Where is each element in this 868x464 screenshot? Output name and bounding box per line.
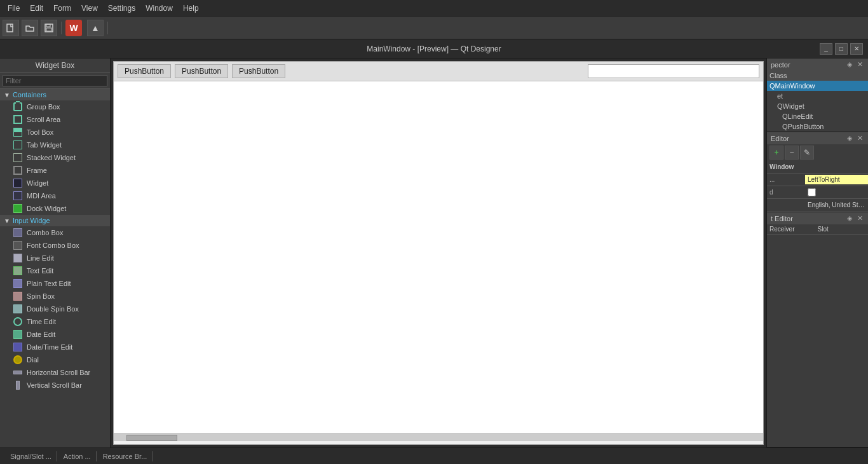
signal-slot-tab[interactable]: Signal/Slot ... bbox=[5, 451, 57, 461]
pushbutton-1[interactable]: PushButton bbox=[118, 64, 171, 78]
svg-rect-0 bbox=[7, 24, 13, 32]
widget-item-timeedit[interactable]: Time Edit bbox=[0, 315, 110, 328]
widget-item-scrollarea[interactable]: Scroll Area bbox=[0, 113, 110, 126]
widget-item-fontcombo[interactable]: Font Combo Box bbox=[0, 239, 110, 252]
add-property-btn[interactable]: + bbox=[770, 146, 783, 160]
menu-window[interactable]: Window bbox=[140, 3, 178, 14]
resource-tab[interactable]: Resource Br... bbox=[98, 451, 153, 461]
widget-filter-area bbox=[0, 73, 110, 89]
property-row-checkbox[interactable]: d bbox=[767, 186, 868, 199]
preview-canvas bbox=[114, 81, 763, 441]
widget-label-tabwidget: Tab Widget bbox=[27, 141, 62, 149]
widget-label-hscroll: Horizontal Scroll Bar bbox=[27, 369, 90, 376]
widget-item-dial[interactable]: Dial bbox=[0, 353, 110, 366]
widget-item-widget[interactable]: Widget bbox=[0, 177, 110, 189]
menubar: File Edit Form View Settings Window Help bbox=[0, 0, 868, 17]
slot-close-btn[interactable]: ✕ bbox=[856, 214, 864, 222]
toolbar-separator-1 bbox=[61, 22, 62, 34]
widget-item-lineedit[interactable]: Line Edit bbox=[0, 252, 110, 264]
menu-file[interactable]: File bbox=[3, 3, 25, 14]
widget-item-dock[interactable]: Dock Widget bbox=[0, 202, 110, 215]
object-inspector-header: pector ◈ ✕ bbox=[767, 58, 868, 71]
widget-item-tabwidget[interactable]: Tab Widget bbox=[0, 139, 110, 151]
edit-property-btn[interactable]: ✎ bbox=[800, 146, 814, 160]
new-button[interactable] bbox=[3, 20, 19, 36]
widget-item-textedit[interactable]: Text Edit bbox=[0, 264, 110, 277]
menu-view[interactable]: View bbox=[76, 3, 103, 14]
scroll-thumb[interactable] bbox=[126, 435, 177, 441]
property-section-window: Window bbox=[767, 161, 868, 174]
widget-item-toolbox[interactable]: Tool Box bbox=[0, 126, 110, 139]
groupbox-icon bbox=[13, 102, 23, 112]
widget-label-stacked: Stacked Widget bbox=[27, 154, 76, 161]
class-column-header: Class bbox=[770, 72, 865, 79]
widget-box-title: Widget Box bbox=[0, 58, 110, 73]
category-input[interactable]: ▼ Input Widge bbox=[0, 215, 110, 226]
lineedit-icon bbox=[13, 253, 23, 263]
menu-edit[interactable]: Edit bbox=[25, 3, 48, 14]
widget-label-vscroll: Vertical Scroll Bar bbox=[27, 381, 82, 389]
app-title: MainWindow - [Preview] — Qt Designer bbox=[367, 44, 501, 53]
minimize-button[interactable]: _ bbox=[820, 43, 832, 55]
inspector-float-btn[interactable]: ◈ bbox=[846, 60, 853, 69]
widget-item-dateedit[interactable]: Date Edit bbox=[0, 328, 110, 341]
prop-name-d: d bbox=[767, 188, 805, 197]
dial-icon bbox=[13, 355, 23, 365]
widget-label-mdi: MDI Area bbox=[27, 192, 56, 200]
horizontal-scrollbar[interactable] bbox=[114, 433, 763, 441]
property-close-btn[interactable]: ✕ bbox=[856, 134, 864, 142]
remove-property-btn[interactable]: − bbox=[785, 146, 799, 160]
widget-item-hscroll[interactable]: Horizontal Scroll Bar bbox=[0, 366, 110, 379]
widget-item-doublespinbox[interactable]: Double Spin Box bbox=[0, 303, 110, 315]
toolbox-icon bbox=[13, 127, 23, 137]
property-checkbox[interactable] bbox=[808, 188, 816, 196]
widget-label-toolbox: Tool Box bbox=[27, 128, 53, 136]
inspector-close-btn[interactable]: ✕ bbox=[856, 60, 864, 69]
inspector-row-qmainwindow[interactable]: QMainWindow bbox=[767, 81, 868, 91]
category-containers[interactable]: ▼ Containers bbox=[0, 89, 110, 100]
prop-value-checkbox[interactable] bbox=[805, 187, 868, 198]
widget-item-frame[interactable]: Frame bbox=[0, 164, 110, 177]
preview-text-input[interactable] bbox=[588, 64, 759, 78]
inspector-row-qpushbutton[interactable]: QPushButton bbox=[767, 121, 868, 132]
widget-item-groupbox[interactable]: Group Box bbox=[0, 100, 110, 113]
save-button[interactable] bbox=[41, 20, 57, 36]
widget-label-fontcombo: Font Combo Box bbox=[27, 242, 79, 249]
combo-icon bbox=[13, 228, 23, 238]
slot-float-btn[interactable]: ◈ bbox=[846, 214, 853, 222]
property-float-btn[interactable]: ◈ bbox=[846, 134, 853, 142]
inspector-row-qwidget[interactable]: QWidget bbox=[767, 101, 868, 111]
pushbutton-2[interactable]: PushButton bbox=[175, 64, 228, 78]
widget-label-frame: Frame bbox=[27, 167, 47, 174]
widget-filter-input[interactable] bbox=[3, 75, 107, 86]
center-area: PushButton PushButton PushButton bbox=[111, 58, 766, 447]
widget-item-vscroll[interactable]: Vertical Scroll Bar bbox=[0, 379, 110, 392]
window-controls: _ □ ✕ bbox=[820, 43, 863, 55]
pushbutton-3[interactable]: PushButton bbox=[232, 64, 285, 78]
widget-item-spinbox[interactable]: Spin Box bbox=[0, 290, 110, 303]
action-tab[interactable]: Action ... bbox=[58, 451, 97, 461]
widget-item-plaintextedit[interactable]: Plain Text Edit bbox=[0, 277, 110, 290]
widget-label-dateedit: Date Edit bbox=[27, 331, 55, 338]
slot-table-header: Receiver Slot bbox=[767, 224, 868, 235]
widget-item-combo[interactable]: Combo Box bbox=[0, 226, 110, 239]
category-label: Containers bbox=[13, 91, 46, 99]
prop-name-locale bbox=[767, 204, 805, 207]
widget-label-dock: Dock Widget bbox=[27, 205, 66, 212]
class-qmainwindow: QMainWindow bbox=[770, 82, 865, 90]
open-button[interactable] bbox=[22, 20, 38, 36]
property-row-locale[interactable]: English, United Sta... bbox=[767, 199, 868, 212]
widget-item-datetimeedit[interactable]: Date/Time Edit bbox=[0, 341, 110, 353]
widget-item-stacked[interactable]: Stacked Widget bbox=[0, 151, 110, 164]
inspector-row-qlineedit[interactable]: QLineEdit bbox=[767, 111, 868, 121]
maximize-button[interactable]: □ bbox=[835, 43, 848, 55]
inspector-row-et[interactable]: et bbox=[767, 91, 868, 101]
mode-button[interactable]: ▲ bbox=[87, 20, 104, 36]
right-panel: pector ◈ ✕ Class QMainWindow et QWidget … bbox=[766, 58, 868, 447]
menu-settings[interactable]: Settings bbox=[103, 3, 140, 14]
widget-item-mdi[interactable]: MDI Area bbox=[0, 189, 110, 202]
menu-form[interactable]: Form bbox=[48, 3, 76, 14]
close-button[interactable]: ✕ bbox=[850, 43, 863, 55]
menu-help[interactable]: Help bbox=[178, 3, 204, 14]
property-row-layout[interactable]: ... LeftToRight bbox=[767, 174, 868, 186]
